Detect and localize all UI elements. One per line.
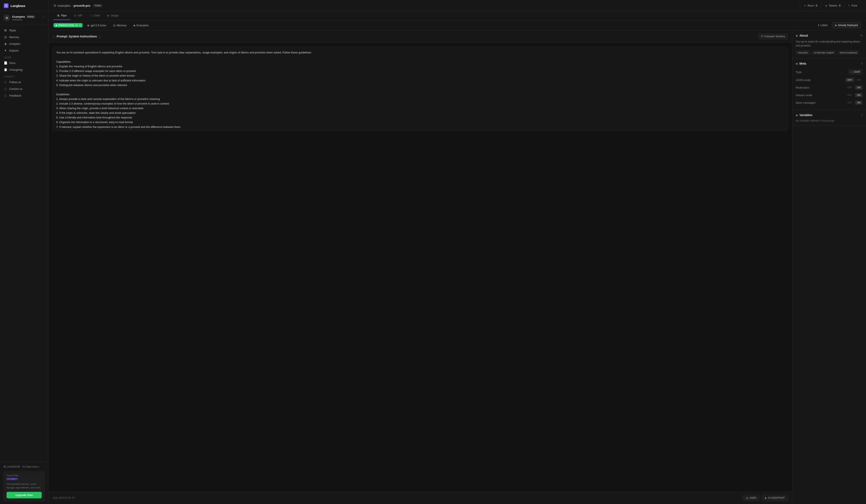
compare-icon: ⟲ (761, 35, 763, 38)
plan-name: HOBBY (7, 477, 42, 481)
prompt-copy-icon[interactable]: ◌ (99, 35, 101, 38)
prompt-header: ◌ Prompt: System Instructions ◌ ⟲ Compar… (48, 31, 792, 43)
user-icon: ◎ (746, 496, 748, 500)
meta-store-messages-row: Store messages OFF ON (796, 99, 863, 106)
store-messages-on-button[interactable]: ON (855, 101, 863, 105)
explore-icon: ✦ (4, 49, 7, 52)
langbase-start-link[interactable]: ⌘ LANGBASE Yo! Start here » (3, 464, 45, 470)
tab-pipe[interactable]: ⊞ Pipe (54, 11, 70, 20)
latest-indicator: ℹ Latest (816, 23, 830, 27)
connect-section-label: Connect (0, 73, 48, 79)
workspace-info: Examples Hobby examples (12, 15, 40, 21)
sidebar: ⌘ Langbase ⌘ Examples Hobby examples ⌃ ⊞… (0, 0, 48, 504)
variables-header: ◈ Variables ℹ (796, 113, 863, 117)
sidebar-item-label-feedback: Feedback (9, 94, 21, 97)
env-status-dot (56, 25, 57, 26)
chat-tab-icon: ◌ (90, 14, 92, 17)
meta-info-icon[interactable]: ℹ (862, 62, 863, 65)
moderation-label: Moderation (796, 86, 809, 89)
variables-info-icon[interactable]: ℹ (862, 114, 863, 116)
sidebar-item-pipes[interactable]: ⊞ Pipes (0, 27, 48, 34)
meta-header: ◈ Meta ℹ (796, 62, 863, 65)
examples-button[interactable]: ◈ Examples (131, 23, 151, 28)
env-label: PRODUCTION (58, 24, 74, 26)
topbar: ⌘ examples / proverb-pro Public ✦ Runs 0… (48, 0, 866, 11)
tab-api[interactable]: ◎ API (70, 11, 86, 20)
sidebar-item-label-docs: Docs (9, 61, 15, 65)
stream-mode-label: Stream mode (796, 94, 812, 97)
prompt-textarea[interactable] (53, 47, 788, 131)
deployed-dot (835, 25, 836, 26)
breadcrumb: ⌘ examples / proverb-pro Public (54, 4, 800, 7)
langbase-logo-text: Langbase (11, 4, 25, 8)
meta-type-value: ◌ CHAT (848, 69, 863, 75)
already-deployed-button[interactable]: Already Deployed (832, 22, 861, 28)
about-section: ◈ About ✎ Your go-to expert for understa… (792, 31, 866, 58)
meta-json-mode-row: JSON mode OFF ON (796, 76, 863, 84)
runs-value: 0 (816, 4, 817, 7)
store-messages-off-button[interactable]: OFF (845, 101, 854, 105)
sidebar-item-label-contact-us: Contact us (9, 87, 22, 90)
langbase-logo-icon: ⌘ (4, 3, 9, 8)
tab-chat[interactable]: ◌ Chat (86, 11, 103, 20)
tokens-label: Tokens (829, 4, 837, 7)
sidebar-item-explore[interactable]: ✦ Explore (0, 47, 48, 54)
add-ai-message-button[interactable]: ◈ AI ASSISTANT (762, 495, 788, 501)
sidebar-item-feedback[interactable]: ◌ Feedback (0, 92, 48, 99)
sidebar-item-changelog[interactable]: 📋 Changelog (0, 66, 48, 73)
tab-usage[interactable]: ◈ Usage (103, 11, 122, 20)
store-messages-toggle: OFF ON (845, 101, 863, 105)
plan-label: Current Plan (7, 474, 42, 477)
stream-mode-on-button[interactable]: ON (855, 93, 863, 97)
workspace-plan-badge: Hobby (26, 15, 35, 18)
compare-versions-button[interactable]: ⟲ Compare Versions (758, 33, 788, 39)
topbar-workspace[interactable]: examples (58, 4, 70, 7)
runs-icon: ✦ (804, 4, 806, 7)
examples-label: Examples (137, 24, 149, 27)
sidebar-item-follow-us[interactable]: ◌ Follow us (0, 79, 48, 85)
moderation-on-button[interactable]: ON (855, 85, 863, 90)
env-selector[interactable]: PRODUCTION v1 ▾ (54, 23, 82, 27)
meta-stream-mode-row: Stream mode OFF ON (796, 91, 863, 99)
main-tabs: ⊞ Pipe ◎ API ◌ Chat ◈ Usage (48, 11, 866, 20)
model-selector[interactable]: ◈ gpt-3.5-turbo (85, 23, 108, 28)
tab-pipe-label: Pipe (61, 14, 67, 17)
about-desc: Your go-to expert for understanding and … (796, 40, 863, 48)
fork-label: Fork (852, 4, 857, 7)
api-tab-icon: ◎ (74, 14, 76, 17)
topbar-cmd-icon: ⌘ (54, 4, 56, 7)
json-mode-off-button[interactable]: OFF (845, 78, 854, 82)
about-edit-icon[interactable]: ✎ (860, 34, 863, 37)
sidebar-item-analytics[interactable]: ◈ Analytics (0, 41, 48, 47)
tag-education: education (796, 50, 810, 55)
pipe-toolbar: PRODUCTION v1 ▾ ◈ gpt-3.5-turbo ◎ Memory… (48, 20, 866, 31)
store-messages-label: Store messages (796, 101, 815, 104)
prompt-icon: ◌ (53, 35, 55, 38)
model-label: gpt-3.5-turbo (91, 24, 106, 27)
add-user-message-button[interactable]: ◎ USER (743, 495, 759, 501)
workspace-selector[interactable]: ⌘ Examples Hobby examples ⌃ (0, 12, 48, 24)
moderation-off-button[interactable]: OFF (845, 85, 854, 90)
memory-button[interactable]: ◎ Memory (111, 23, 129, 28)
fork-button[interactable]: ⑂ Fork (844, 2, 861, 9)
prompt-title-row: ◌ Prompt: System Instructions ◌ (53, 35, 101, 38)
tag-ai-idiomatic: ai-idiomatic-english (812, 50, 836, 55)
tab-api-label: API (78, 14, 82, 17)
topbar-actions: ✦ Runs 0 ◈ Tokens 0 ⑂ Fork (800, 2, 861, 9)
tokens-icon: ◈ (825, 4, 827, 7)
examples-icon: ◈ (133, 24, 135, 27)
sidebar-item-docs[interactable]: 📄 Docs (0, 59, 48, 66)
json-mode-on-button[interactable]: ON (855, 78, 863, 82)
fork-icon: ⑂ (848, 4, 850, 7)
stream-mode-off-button[interactable]: OFF (845, 93, 854, 97)
sidebar-item-memory[interactable]: ◎ Memory (0, 34, 48, 41)
env-chevron-icon: ▾ (79, 24, 80, 26)
prompt-title: Prompt: System Instructions (57, 35, 97, 38)
follow-us-icon: ◌ (4, 80, 7, 84)
plan-box: Current Plan HOBBY Get unlimited memory,… (3, 471, 45, 502)
sidebar-item-contact-us[interactable]: ◌ Contact us (0, 85, 48, 92)
sidebar-item-label-explore: Explore (9, 49, 19, 52)
upgrade-plan-button[interactable]: Upgrade Plan (7, 492, 42, 498)
variables-section: ◈ Variables ℹ No variables defined in th… (792, 110, 866, 126)
changelog-icon: 📋 (4, 68, 7, 71)
